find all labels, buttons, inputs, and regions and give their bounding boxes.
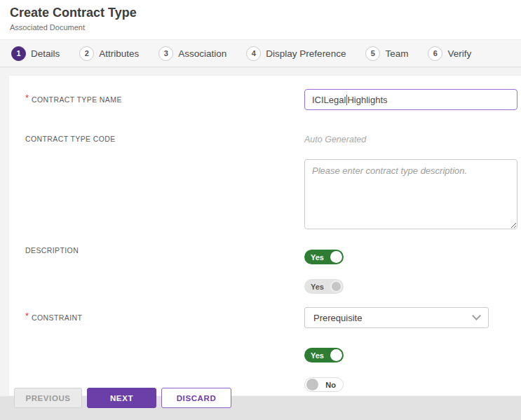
page-title: Create Contract Type (10, 6, 137, 20)
step-attributes[interactable]: 2 Attributes (79, 46, 139, 61)
step-label: Display Preference (266, 48, 346, 59)
step-verify[interactable]: 6 Verify (428, 46, 471, 61)
toggle-knob (330, 251, 342, 263)
row-constraint: * CONSTRAINT Prerequisite (9, 307, 513, 328)
step-number-badge: 6 (428, 46, 442, 61)
step-label: Team (385, 48, 408, 59)
constraint-select[interactable]: Prerequisite (304, 307, 489, 328)
step-number-badge: 3 (158, 46, 173, 61)
previous-button[interactable]: PREVIOUS (14, 388, 82, 408)
toggle-state-text: Yes (311, 351, 324, 360)
toggle-state-text: No (325, 381, 336, 389)
step-association[interactable]: 3 Association (158, 46, 226, 61)
contract-type-code-label: CONTRACT TYPE CODE (25, 135, 116, 143)
toggle-knob (306, 379, 318, 391)
step-label: Association (178, 48, 226, 59)
contract-type-code-value: Auto Generated (304, 135, 366, 144)
next-button[interactable]: NEXT (87, 388, 156, 408)
chevron-down-icon (472, 311, 481, 320)
required-asterisk: * (25, 93, 29, 103)
row-two-column-attribute-layout: TWO COLUMN ATTRIBUTE LAYOUT ? No (9, 377, 513, 392)
footer-action-bar: PREVIOUS NEXT DISCARD (0, 396, 521, 420)
toggle-state-text: Yes (311, 253, 324, 262)
input-text-before-caret: ICILegal (312, 95, 346, 105)
description-textarea[interactable] (304, 159, 517, 229)
row-enable-approval-workflow: ENABLE APPROVAL WORKFLOW Yes (9, 348, 513, 363)
allow-document-upload-toggle[interactable]: Yes (304, 279, 344, 294)
create-contract-type-page: Create Contract Type Associated Document… (0, 0, 521, 420)
toggle-knob (330, 349, 342, 361)
two-column-attribute-layout-toggle[interactable]: No (304, 377, 344, 392)
constraint-label: CONSTRAINT (32, 313, 82, 322)
toggle-state-text: Yes (311, 283, 324, 291)
row-contract-type-name: * CONTRACT TYPE NAME ICILegal Highlights (9, 89, 513, 110)
row-allow-document-upload: ALLOW DOCUMENT UPLOAD Yes (9, 279, 513, 294)
breadcrumb: Associated Document (10, 23, 85, 32)
step-label: Attributes (99, 48, 139, 59)
step-label: Details (31, 48, 60, 59)
contract-type-name-label: CONTRACT TYPE NAME (32, 95, 122, 104)
step-label: Verify (447, 48, 471, 59)
page-header: Create Contract Type Associated Document (0, 0, 521, 39)
input-text-after-caret: Highlights (347, 95, 387, 105)
contract-type-name-input[interactable]: ICILegal Highlights (304, 89, 517, 110)
required-asterisk: * (25, 311, 29, 321)
step-number-badge: 4 (246, 46, 261, 61)
enable-approval-workflow-toggle[interactable]: Yes (304, 348, 344, 363)
details-form-card: * CONTRACT TYPE NAME ICILegal Highlights… (8, 75, 521, 396)
step-number-badge: 1 (11, 46, 26, 61)
wizard-stepper: 1 Details 2 Attributes 3 Association 4 D… (0, 39, 521, 67)
row-description: DESCRIPTION (9, 159, 513, 232)
step-details[interactable]: 1 Details (11, 46, 60, 61)
step-number-badge: 2 (79, 46, 94, 61)
step-display-preference[interactable]: 4 Display Preference (246, 46, 346, 61)
constraint-selected-value: Prerequisite (313, 313, 362, 323)
toggle-knob (330, 280, 342, 292)
discard-button[interactable]: DISCARD (161, 388, 231, 408)
row-allow-document-assembly: ALLOW DOCUMENT ASSEMBLY Yes (9, 250, 513, 264)
allow-document-assembly-toggle[interactable]: Yes (304, 250, 344, 264)
step-team[interactable]: 5 Team (365, 46, 408, 61)
step-number-badge: 5 (365, 46, 380, 61)
row-contract-type-code: CONTRACT TYPE CODE Auto Generated (9, 133, 513, 145)
